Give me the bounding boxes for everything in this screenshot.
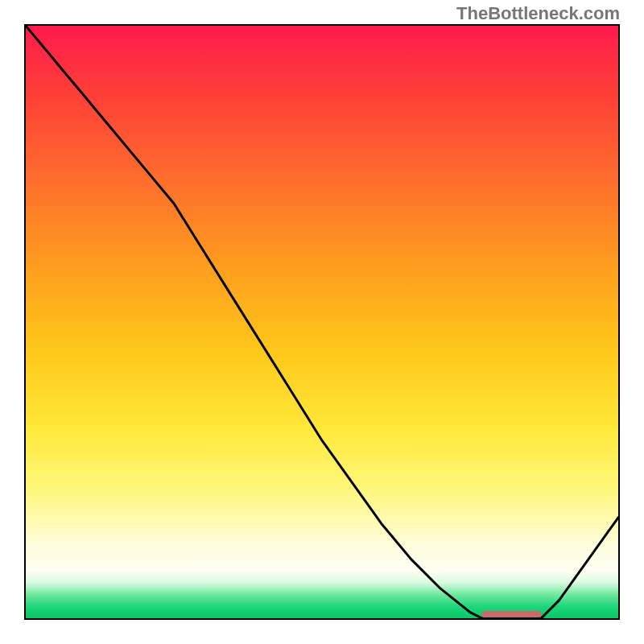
marker-bar: [482, 611, 542, 617]
plot-area: [24, 24, 620, 620]
curve-line: [26, 26, 618, 618]
watermark-text: TheBottleneck.com: [456, 3, 620, 24]
chart-frame: TheBottleneck.com: [0, 0, 644, 644]
chart-svg: [26, 26, 618, 618]
